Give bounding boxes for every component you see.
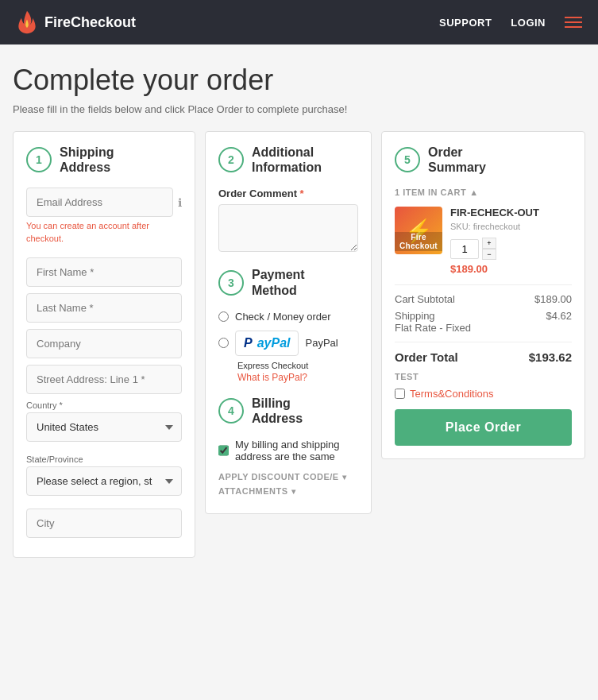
- qty-up-button[interactable]: +: [482, 238, 496, 249]
- billing-address-section: 4 Billing Address My billing and shippin…: [218, 396, 358, 496]
- discount-chevron-icon: ▾: [342, 473, 347, 481]
- product-image-label: Fire Checkout: [395, 232, 442, 251]
- what-is-paypal-link[interactable]: What is PayPal?: [237, 372, 307, 383]
- cart-chevron-icon: ▲: [469, 188, 478, 197]
- page-title: Complete your order: [13, 64, 585, 97]
- same-address-row[interactable]: My billing and shipping address are the …: [218, 439, 358, 462]
- hamburger-menu[interactable]: [565, 17, 582, 28]
- check-money-option[interactable]: Check / Money order: [218, 311, 358, 323]
- state-group: State/Province Please select a region, s…: [26, 454, 182, 502]
- shipping-label-group: Shipping Flat Rate - Fixed: [395, 310, 471, 334]
- payment-title: Payment Method: [252, 267, 305, 297]
- country-label: Country *: [26, 400, 182, 410]
- order-summary-section: 5 Order Summary 1 ITEM IN CART ▲ ⚡ Fire …: [381, 131, 585, 459]
- city-field[interactable]: [26, 509, 182, 538]
- order-comment-textarea[interactable]: [218, 204, 358, 252]
- step-5-circle: 5: [395, 147, 420, 172]
- order-total-row: Order Total $193.62: [395, 350, 572, 364]
- logo: FireCheckout: [16, 10, 136, 35]
- order-total-value: $193.62: [529, 350, 572, 364]
- form-columns: 1 Shipping Address ℹ You can create an a…: [13, 131, 585, 558]
- additional-title: Additional Information: [252, 145, 358, 175]
- paypal-logo-box: PayPal: [235, 331, 299, 356]
- summary-header: 5 Order Summary: [395, 145, 572, 175]
- check-label: Check / Money order: [235, 311, 331, 323]
- shipping-header: 1 Shipping Address: [26, 145, 182, 175]
- test-label: TEST: [395, 372, 572, 381]
- first-name-field[interactable]: [26, 257, 182, 287]
- support-link[interactable]: SUPPORT: [439, 17, 492, 29]
- payment-header: 3 Payment Method: [218, 267, 358, 297]
- shipping-address-section: 1 Shipping Address ℹ You can create an a…: [13, 131, 195, 558]
- email-info-icon[interactable]: ℹ: [178, 196, 182, 209]
- billing-header: 4 Billing Address: [218, 396, 358, 426]
- header: FireCheckout SUPPORT LOGIN: [0, 0, 598, 44]
- shipping-price: $4.62: [546, 310, 572, 334]
- main-content: Complete your order Please fill in the f…: [0, 44, 598, 577]
- paypal-radio[interactable]: [218, 338, 229, 348]
- terms-checkbox[interactable]: [395, 389, 405, 399]
- last-name-field[interactable]: [26, 293, 182, 323]
- step-2-circle: 2: [218, 147, 244, 172]
- same-address-checkbox[interactable]: [218, 445, 229, 456]
- email-field[interactable]: [26, 188, 173, 217]
- product-info: FIR-ECHECK-OUT SKU: firecheckout + − $18…: [450, 207, 572, 275]
- hamburger-line-1: [565, 17, 582, 18]
- terms-link[interactable]: Terms&Conditions: [410, 388, 494, 400]
- qty-buttons: + −: [482, 238, 496, 260]
- account-hint: You can create an account after checkout…: [26, 220, 182, 245]
- order-total-label: Order Total: [395, 350, 458, 364]
- state-select[interactable]: Please select a region, st: [26, 466, 182, 496]
- paypal-option[interactable]: PayPal PayPal: [218, 331, 358, 356]
- product-name: FIR-ECHECK-OUT: [450, 207, 572, 220]
- cart-subtotal-value: $189.00: [534, 293, 572, 305]
- order-comment-label: Order Comment *: [218, 188, 358, 199]
- country-group: Country * United States: [26, 400, 182, 448]
- attachments-collapse[interactable]: ATTACHMENTS ▾: [218, 486, 358, 496]
- cart-item: ⚡ Fire Checkout FIR-ECHECK-OUT SKU: fire…: [395, 207, 572, 275]
- shipping-row: Shipping Flat Rate - Fixed $4.62: [395, 310, 572, 334]
- paypal-label: PayPal: [305, 337, 338, 349]
- cart-count: 1 ITEM IN CART ▲: [395, 188, 572, 197]
- middle-column: 2 Additional Information Order Comment *…: [205, 131, 372, 514]
- check-radio[interactable]: [218, 311, 229, 322]
- flame-icon: [16, 10, 38, 35]
- shipping-sub-label: Flat Rate - Fixed: [395, 322, 471, 334]
- cart-subtotal-label: Cart Subtotal: [395, 293, 455, 305]
- step-1-circle: 1: [26, 147, 52, 172]
- additional-header: 2 Additional Information: [218, 145, 358, 175]
- product-image: ⚡ Fire Checkout: [395, 207, 442, 254]
- country-select[interactable]: United States: [26, 412, 182, 442]
- same-address-label: My billing and shipping address are the …: [235, 439, 358, 462]
- hamburger-line-2: [565, 21, 582, 23]
- email-row: ℹ: [26, 188, 182, 217]
- qty-down-button[interactable]: −: [482, 249, 496, 260]
- qty-input[interactable]: [450, 239, 479, 259]
- summary-title: Order Summary: [428, 145, 486, 175]
- company-field[interactable]: [26, 329, 182, 358]
- page-subtitle: Please fill in the fields below and clic…: [13, 103, 585, 115]
- summary-divider-2: [395, 342, 572, 342]
- cart-subtotal-row: Cart Subtotal $189.00: [395, 293, 572, 305]
- terms-row: Terms&Conditions: [395, 388, 572, 400]
- place-order-button[interactable]: Place Order: [395, 409, 572, 446]
- attachments-chevron-icon: ▾: [291, 487, 296, 496]
- state-label: State/Province: [26, 454, 182, 464]
- discount-collapse[interactable]: APPLY DISCOUNT CODE/E ▾: [218, 472, 358, 481]
- shipping-label: Shipping: [395, 310, 471, 322]
- product-sku: SKU: firecheckout: [450, 222, 572, 231]
- main-nav: SUPPORT LOGIN: [439, 17, 582, 29]
- qty-control: + −: [450, 238, 572, 260]
- product-price: $189.00: [450, 263, 572, 275]
- logo-text: FireCheckout: [44, 14, 136, 31]
- hamburger-line-3: [565, 26, 582, 28]
- street-field[interactable]: [26, 365, 182, 394]
- express-checkout-text: Express Checkout: [237, 361, 358, 370]
- step-3-circle: 3: [218, 270, 244, 296]
- summary-divider-1: [395, 284, 572, 285]
- step-4-circle: 4: [218, 398, 244, 423]
- shipping-title: Shipping Address: [60, 145, 114, 175]
- login-link[interactable]: LOGIN: [511, 17, 546, 29]
- billing-title: Billing Address: [252, 396, 303, 426]
